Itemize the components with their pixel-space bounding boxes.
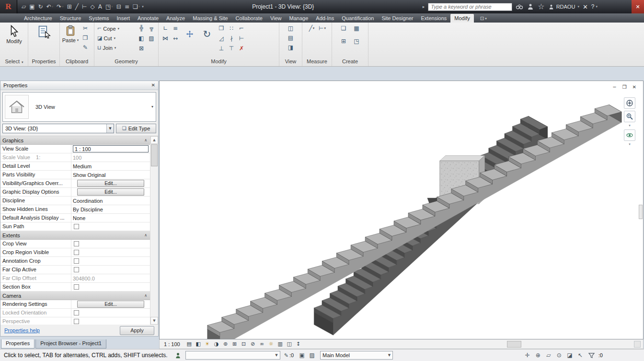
favorites-star-icon[interactable]: ☆ <box>538 3 544 11</box>
redo-icon[interactable]: ↷▾ <box>55 3 65 11</box>
move-icon[interactable] <box>182 26 197 42</box>
viewport-scrollbar-thumb[interactable] <box>639 205 643 219</box>
split-element-icon[interactable]: ∤ <box>227 34 236 43</box>
search-expand-icon[interactable]: ▸ <box>423 5 425 9</box>
prop-text[interactable]: None <box>73 215 85 221</box>
highlight-displacement-sets-icon[interactable]: ↕ <box>294 340 303 348</box>
scroll-down-icon[interactable]: ▼ <box>150 317 158 325</box>
paint-icon[interactable]: ◧ <box>137 34 146 43</box>
show-analytical-model-icon[interactable]: ◫ <box>285 340 294 348</box>
hide-in-view-icon[interactable]: ▤ <box>287 34 295 42</box>
tab-collaborate[interactable]: Collaborate <box>232 14 266 23</box>
temporary-hide-isolate-icon[interactable]: ∞ <box>258 340 266 348</box>
navigation-wheel-icon[interactable] <box>624 97 635 109</box>
scrollbar-thumb[interactable] <box>151 144 158 166</box>
horizontal-scrollbar-thumb[interactable] <box>507 341 521 348</box>
tab-add-ins[interactable]: Add-Ins <box>312 14 338 23</box>
tab-architecture[interactable]: Architecture <box>20 14 56 23</box>
switch-windows-icon[interactable]: ❏▾ <box>131 3 141 11</box>
resize-grip[interactable] <box>634 341 641 348</box>
tab-annotate[interactable]: Annotate <box>134 14 162 23</box>
edit-button[interactable]: Edit... <box>77 188 144 196</box>
ribbon-minimize-toggle[interactable]: ⊡▾ <box>478 16 489 23</box>
3d-canvas[interactable] <box>160 81 643 339</box>
temporary-view-properties-icon[interactable]: ▥ <box>276 340 285 348</box>
select-links-icon[interactable]: ⊕ <box>534 351 542 360</box>
cope-button[interactable]: ⌐Cope▾ <box>96 24 135 33</box>
design-option-dropdown[interactable]: Main Model ▼ <box>320 351 393 360</box>
orbit-icon[interactable] <box>624 129 635 141</box>
view-restore-icon[interactable]: ❐ <box>622 85 627 90</box>
cut-geometry-button[interactable]: ◪Cut▾ <box>96 34 135 43</box>
prop-text[interactable]: Show Original <box>73 172 105 178</box>
create-parts-icon[interactable]: ❏ <box>337 24 350 33</box>
dimension-icon[interactable]: ⊢▾ <box>318 24 327 33</box>
undo-icon[interactable]: ↶▾ <box>45 3 55 11</box>
view-close-icon[interactable]: ✕ <box>632 85 636 90</box>
zoom-options-caret-icon[interactable]: ▾ <box>629 124 631 128</box>
tab-site-designer[interactable]: Site Designer <box>378 14 417 23</box>
tab-systems[interactable]: Systems <box>85 14 113 23</box>
user-menu[interactable]: RDAOU ▾ <box>548 4 579 10</box>
horizontal-scrollbar[interactable] <box>307 341 630 348</box>
tab-manage[interactable]: Manage <box>286 14 312 23</box>
open-icon[interactable]: ▱ <box>20 3 27 11</box>
print-icon[interactable]: ⊞ <box>66 3 73 11</box>
prop-checkbox[interactable] <box>74 319 79 324</box>
panel-label-select[interactable]: Select ▾ <box>0 58 28 66</box>
tab-quantification[interactable]: Quantification <box>338 14 378 23</box>
workset-dropdown[interactable]: ▼ <box>185 351 280 360</box>
tab-massing-site[interactable]: Massing & Site <box>189 14 231 23</box>
type-selector[interactable]: 3D View ▾ <box>2 92 156 122</box>
default-3d-view-icon[interactable]: ◳▾ <box>104 3 115 11</box>
palette-tab-properties[interactable]: Properties <box>1 339 34 349</box>
aligned-dimension-icon[interactable]: ⊢ <box>80 3 88 11</box>
mirror-draw-axis-icon[interactable]: ↔ <box>171 34 180 43</box>
instance-selector-dropdown[interactable]: 3D View: {3D} ▼ <box>2 124 114 133</box>
edit-button[interactable]: Edit... <box>77 301 144 308</box>
visual-style-icon[interactable]: ◧ <box>194 340 203 348</box>
sync-with-central-icon[interactable]: ↻ <box>37 3 45 11</box>
trim-extend-single-icon[interactable]: ⊢ <box>237 34 246 43</box>
modify-tool-button[interactable]: Modify <box>3 24 25 44</box>
navbar-options-caret-icon[interactable]: ▾ <box>629 143 631 146</box>
beam-joins-icon[interactable]: ╦ <box>147 24 156 33</box>
prop-checkbox[interactable] <box>74 258 79 264</box>
crop-view-icon[interactable]: ⊞ <box>230 340 239 348</box>
revit-application-menu[interactable]: R <box>0 0 17 13</box>
tab-view[interactable]: View <box>266 14 286 23</box>
demolish-icon[interactable]: ⊠ <box>137 44 146 53</box>
view-minimize-icon[interactable]: − <box>612 85 616 90</box>
measure-tools-icon[interactable]: ╱▾ <box>308 24 316 33</box>
save-icon[interactable]: ▣ <box>28 3 36 11</box>
palette-tab-project-browser-project1[interactable]: Project Browser - Project1 <box>35 339 106 349</box>
match-type-properties-icon[interactable]: ✎ <box>81 43 90 52</box>
zoom-icon[interactable] <box>624 111 635 122</box>
scroll-up-icon[interactable]: ▲ <box>150 136 158 144</box>
prop-checkbox[interactable] <box>74 310 79 315</box>
palette-close-icon[interactable]: ✕ <box>151 83 155 88</box>
edit-button[interactable]: Edit... <box>77 180 144 187</box>
offset-icon[interactable]: ≡ <box>171 24 180 33</box>
unlocked-3d-view-icon[interactable]: ⊘ <box>249 340 257 348</box>
prop-checkbox[interactable] <box>74 224 79 229</box>
search-icon[interactable] <box>516 3 523 11</box>
prop-checkbox[interactable] <box>74 241 79 246</box>
array-icon[interactable]: ∷ <box>227 24 236 33</box>
edit-type-button[interactable]: ❏ Edit Type <box>116 124 156 133</box>
align-icon[interactable]: ∟ <box>161 24 170 33</box>
detail-level-icon[interactable]: ▤ <box>185 340 194 348</box>
scale-icon[interactable]: ◿ <box>217 34 226 43</box>
create-similar-icon[interactable]: ◳ <box>350 37 363 46</box>
worksets-icon[interactable] <box>174 352 182 359</box>
drag-elements-on-selection-icon[interactable]: ↖ <box>576 351 585 360</box>
cut-icon[interactable]: ✂ <box>81 24 90 33</box>
wall-joins-icon[interactable]: ╬ <box>137 24 146 33</box>
drawing-area[interactable]: −❐✕ ▾ ▾ <box>159 81 644 339</box>
select-elements-by-face-icon[interactable]: ◪ <box>565 351 574 360</box>
design-options-icon[interactable]: ▣ <box>298 351 306 360</box>
paste-button[interactable]: Paste▾ <box>62 24 79 43</box>
prop-text[interactable]: Coordination <box>73 198 103 204</box>
press-drag-select-icon[interactable]: ✛ <box>523 351 532 360</box>
select-underlay-elements-icon[interactable]: ▱ <box>544 351 553 360</box>
